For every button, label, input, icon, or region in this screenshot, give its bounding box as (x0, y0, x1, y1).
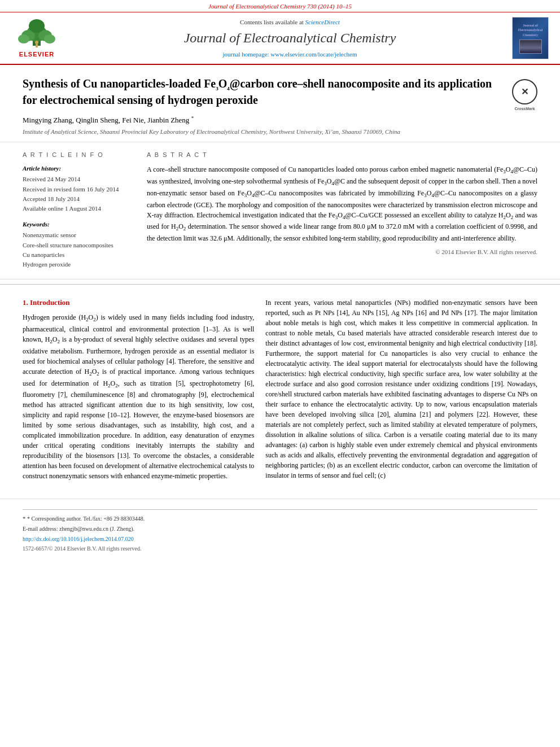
elsevier-logo-area: ELSEVIER (6, 18, 68, 59)
journal-cover-thumbnail: Journal ofElectroanalyticalChemistry (512, 17, 549, 59)
keyword-1: Nonenzymatic sensor (23, 231, 135, 239)
crossmark-badge[interactable]: ✕ CrossMark (512, 79, 537, 104)
keyword-3: Cu nanoparticles (23, 251, 135, 259)
abstract-header: A B S T R A C T (147, 151, 537, 159)
section1-title: 1. Introduction (23, 298, 254, 308)
journal-reference-bar: Journal of Electroanalytical Chemistry 7… (0, 0, 560, 12)
email-note: E-mail address: zhengjb@nwu.edu.cn (J. Z… (23, 525, 537, 533)
main-content-area: 1. Introduction Hydrogen peroxide (H2O2)… (0, 289, 560, 493)
article-info-column: A R T I C L E I N F O Article history: R… (23, 151, 135, 270)
svg-point-7 (35, 41, 38, 44)
svg-rect-8 (36, 44, 38, 47)
page-container: Journal of Electroanalytical Chemistry 7… (0, 0, 560, 747)
journal-header: ELSEVIER Contents lists available at Sci… (0, 12, 560, 65)
elsevier-label: ELSEVIER (19, 50, 54, 59)
history-accepted: Accepted 18 July 2014 (23, 195, 135, 203)
journal-name-heading: Journal of Electroanalytical Chemistry (68, 29, 512, 48)
journal-ref-text: Journal of Electroanalytical Chemistry 7… (208, 3, 352, 10)
crossmark-icon: ✕ (521, 86, 528, 98)
footer-area: * * Corresponding author. Tel./fax: +86 … (0, 499, 560, 558)
article-history-label: Article history: (23, 164, 135, 173)
keywords-section: Keywords: Nonenzymatic sensor Core-shell… (23, 220, 135, 269)
abstract-column: A B S T R A C T A core–shell structure n… (147, 151, 537, 270)
article-info-header: A R T I C L E I N F O (23, 151, 135, 159)
authors-line: Mingying Zhang, Qinglin Sheng, Fei Nie, … (23, 115, 537, 126)
footer-divider (23, 509, 537, 510)
svg-point-5 (18, 34, 29, 43)
article-info-abstract-section: A R T I C L E I N F O Article history: R… (0, 142, 560, 279)
abstract-text: A core–shell structure nanocomposite com… (147, 164, 537, 243)
history-received: Received 24 May 2014 (23, 175, 135, 184)
title-crossmark-row: Synthesis of Cu nanoparticles-loaded Fe3… (23, 76, 537, 107)
body-right-column: In recent years, various metal nanoparti… (265, 298, 537, 485)
section-divider (0, 284, 560, 285)
keyword-2: Core-shell structure nanocomposites (23, 241, 135, 250)
intro-paragraph-1: Hydrogen peroxide (H2O2) is widely used … (23, 312, 254, 482)
footer-links-area: http://dx.doi.org/10.1016/j.jelechem.201… (23, 535, 537, 543)
history-online: Available online 1 August 2014 (23, 204, 135, 213)
crossmark-label: CrossMark (514, 106, 535, 112)
intro-paragraph-2: In recent years, various metal nanoparti… (265, 298, 537, 480)
keywords-label: Keywords: (23, 220, 135, 229)
journal-title-area: Contents lists available at ScienceDirec… (68, 18, 512, 59)
footer-copyright: 1572-6657/© 2014 Elsevier B.V. All right… (23, 545, 537, 553)
journal-homepage-text: journal homepage: www.elsevier.com/locat… (68, 50, 512, 59)
elsevier-tree-icon (11, 18, 62, 49)
doi-link[interactable]: http://dx.doi.org/10.1016/j.jelechem.201… (23, 535, 134, 543)
article-title: Synthesis of Cu nanoparticles-loaded Fe3… (23, 76, 512, 107)
affiliation-line: Institute of Analytical Science, Shaanxi… (23, 128, 537, 136)
corresponding-author-note: * * Corresponding author. Tel./fax: +86 … (23, 514, 537, 523)
sciencedirect-link[interactable]: ScienceDirect (305, 19, 340, 25)
keyword-4: Hydrogen peroxide (23, 260, 135, 269)
svg-point-4 (29, 19, 45, 33)
history-revised: Received in revised form 16 July 2014 (23, 185, 135, 194)
body-left-column: 1. Introduction Hydrogen peroxide (H2O2)… (23, 298, 254, 485)
contents-available-text: Contents lists available at ScienceDirec… (68, 18, 512, 27)
article-title-section: Synthesis of Cu nanoparticles-loaded Fe3… (0, 65, 560, 142)
svg-point-6 (44, 34, 55, 43)
copyright-line: © 2014 Elsevier B.V. All rights reserved… (147, 248, 537, 256)
